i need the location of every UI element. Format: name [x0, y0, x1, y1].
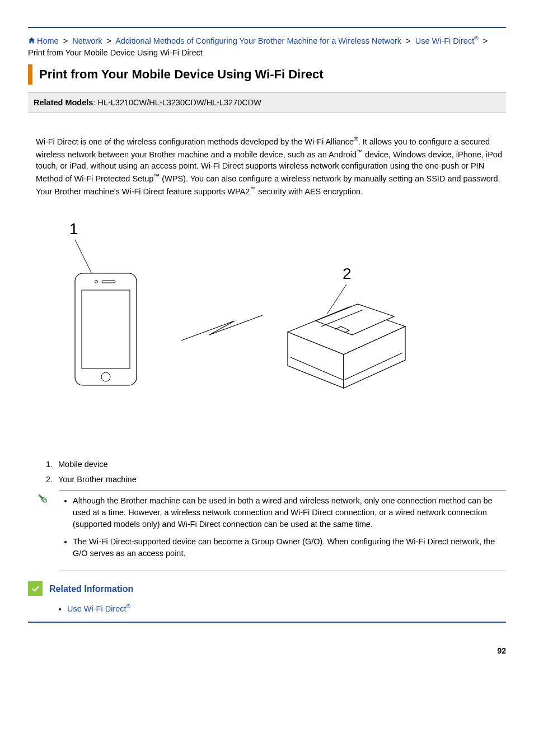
breadcrumb-sep: > [483, 36, 488, 45]
wireless-icon [181, 315, 263, 340]
breadcrumb-sep: > [406, 36, 410, 45]
breadcrumb-sep: > [106, 36, 111, 45]
related-models-label: Related Models [34, 98, 93, 107]
mobile-device-icon [75, 273, 137, 385]
page-title: Print from Your Mobile Device Using Wi-F… [28, 64, 506, 85]
printer-icon [288, 304, 405, 388]
related-information-list: Use Wi-Fi Direct® [28, 600, 506, 623]
top-rule [28, 27, 506, 28]
breadcrumb-additional-methods[interactable]: Additional Methods of Configuring Your B… [115, 36, 401, 45]
svg-rect-2 [82, 290, 130, 368]
related-models-bar: Related Models: HL-L3210CW/HL-L3230CDW/H… [28, 92, 506, 113]
home-icon [28, 36, 35, 43]
intro-paragraph: Wi-Fi Direct is one of the wireless conf… [36, 136, 506, 198]
diagram-legend: Mobile device Your Brother machine [47, 459, 506, 486]
note-block: Although the Brother machine can be used… [36, 490, 506, 571]
note-icon [36, 490, 49, 571]
page-number: 92 [28, 645, 506, 656]
breadcrumb-current: Print from Your Mobile Device Using Wi-F… [28, 48, 203, 57]
diagram-label-2: 2 [343, 265, 352, 282]
breadcrumb-use-wifi-direct[interactable]: Use Wi-Fi Direct® [415, 36, 479, 45]
breadcrumb-home[interactable]: Home [37, 36, 59, 45]
related-models-value: : HL-L3210CW/HL-L3230CDW/HL-L3270CDW [93, 98, 261, 107]
breadcrumb: Home > Network > Additional Methods of C… [28, 35, 506, 59]
legend-item-1: Mobile device [55, 459, 506, 470]
legend-item-2: Your Brother machine [55, 474, 506, 486]
diagram-label-1: 1 [69, 220, 78, 237]
related-information-title: Related Information [49, 582, 133, 595]
breadcrumb-network[interactable]: Network [72, 36, 102, 45]
svg-rect-15 [39, 494, 44, 500]
related-link-use-wifi-direct[interactable]: Use Wi-Fi Direct® [67, 604, 130, 613]
breadcrumb-sep: > [63, 36, 68, 45]
check-icon [28, 581, 43, 596]
related-information-header: Related Information [28, 581, 506, 596]
note-item-1: Although the Brother machine can be used… [73, 495, 506, 530]
diagram-wifi-direct: 1 2 [36, 220, 506, 408]
note-item-2: The Wi-Fi Direct-supported device can be… [73, 536, 506, 559]
